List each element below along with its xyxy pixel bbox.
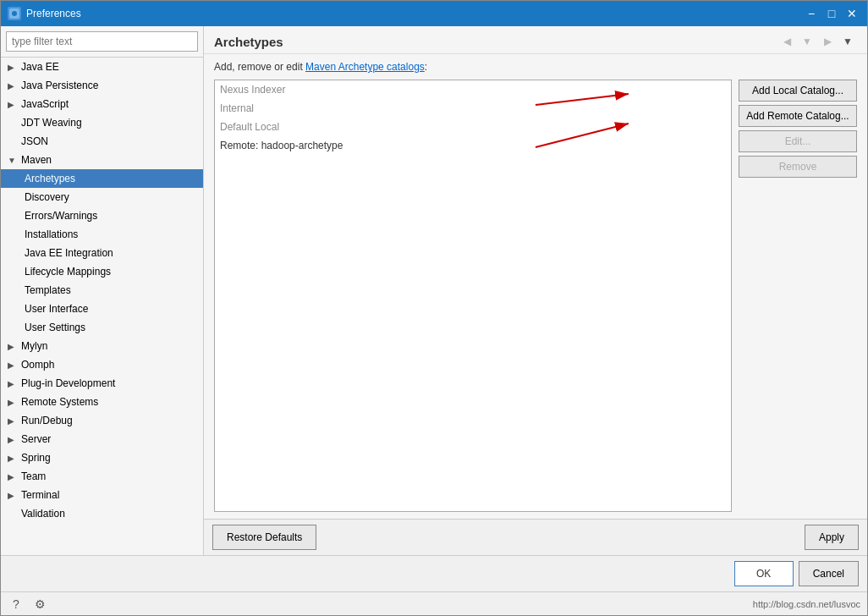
tree-item-validation[interactable]: Validation: [1, 504, 203, 523]
expand-icon: ▶: [8, 81, 19, 91]
expand-icon: ▶: [8, 398, 19, 407]
tree-item-team[interactable]: ▶ Team: [1, 467, 203, 486]
dialog-footer: OK Cancel: [1, 555, 867, 591]
tree-item-spring[interactable]: ▶ Spring: [1, 448, 203, 467]
tree-item-label: Validation: [21, 508, 65, 520]
tree-item-run-debug[interactable]: ▶ Run/Debug: [1, 411, 203, 430]
tree-item-label: Plug-in Development: [21, 377, 115, 389]
title-bar-left: Preferences: [8, 7, 81, 20]
expand-icon: ▶: [8, 454, 19, 463]
minimize-button[interactable]: −: [803, 5, 820, 22]
catalog-item-label: Default Local: [220, 121, 279, 133]
catalog-item-label: Nexus Indexer: [220, 84, 285, 96]
tree-item-label: Oomph: [21, 359, 54, 371]
tree-item-plugin-development[interactable]: ▶ Plug-in Development: [1, 374, 203, 393]
status-left: ? ⚙: [8, 596, 48, 613]
tree-item-label: User Interface: [25, 303, 88, 315]
preferences-icon: [8, 7, 21, 20]
catalog-item-remote-hadoop[interactable]: Remote: hadoop-archetype: [215, 136, 731, 155]
tree-item-jdt-weaving[interactable]: JDT Weaving: [1, 113, 203, 132]
tree-scroll-container: ▶ Java EE ▶ Java Persistence ▶ JavaScrip…: [1, 58, 203, 555]
tree-item-label: Mylyn: [21, 340, 47, 352]
maximize-button[interactable]: □: [823, 5, 840, 22]
expand-icon: ▶: [8, 63, 19, 72]
tree-item-java-persistence[interactable]: ▶ Java Persistence: [1, 76, 203, 95]
bottom-action-bar: Restore Defaults Apply: [204, 519, 867, 555]
tree-item-errors-warnings[interactable]: Errors/Warnings: [1, 206, 203, 225]
tree-item-archetypes[interactable]: Archetypes: [1, 169, 203, 188]
main-content: ▶ Java EE ▶ Java Persistence ▶ JavaScrip…: [1, 26, 867, 555]
tree-item-user-interface[interactable]: User Interface: [1, 300, 203, 318]
cancel-button[interactable]: Cancel: [799, 561, 859, 586]
add-local-catalog-button[interactable]: Add Local Catalog...: [739, 80, 857, 102]
tree-item-label: Archetypes: [25, 173, 75, 184]
description-suffix: :: [425, 61, 427, 73]
tree-item-java-ee-integration[interactable]: Java EE Integration: [1, 244, 203, 262]
catalog-item-label: Remote: hadoop-archetype: [220, 140, 343, 151]
nav-forward-button[interactable]: ▶: [818, 33, 837, 50]
expand-icon: ▶: [8, 100, 19, 109]
nav-forward-dropdown-button[interactable]: ▼: [838, 33, 857, 50]
tree-item-javascript[interactable]: ▶ JavaScript: [1, 95, 203, 113]
catalog-list[interactable]: Nexus Indexer Internal Default Local Rem…: [214, 80, 732, 512]
tree-item-lifecycle-mappings[interactable]: Lifecycle Mappings: [1, 262, 203, 281]
tree-item-label: Team: [21, 470, 46, 482]
catalog-item-label: Internal: [220, 102, 254, 114]
tree-item-terminal[interactable]: ▶ Terminal: [1, 486, 203, 504]
right-header: Archetypes ◀ ▼ ▶ ▼: [204, 26, 867, 54]
nav-arrows: ◀ ▼ ▶ ▼: [777, 33, 857, 50]
tree-item-user-settings[interactable]: User Settings: [1, 318, 203, 337]
search-input[interactable]: [6, 31, 198, 52]
description-text: Add, remove or edit Maven Archetype cata…: [214, 61, 857, 73]
expand-icon: ▶: [8, 416, 19, 426]
apply-button[interactable]: Apply: [805, 525, 859, 550]
preferences-window: Preferences − □ ✕ ▶ Java EE: [0, 0, 868, 616]
nav-back-button[interactable]: ◀: [777, 33, 796, 50]
tree-item-label: Run/Debug: [21, 415, 73, 426]
tree-item-server[interactable]: ▶ Server: [1, 430, 203, 448]
tree-item-discovery[interactable]: Discovery: [1, 188, 203, 206]
expand-icon: ▼: [8, 156, 19, 165]
expand-icon: ▶: [8, 360, 19, 370]
expand-icon: ▶: [8, 342, 19, 351]
help-icon[interactable]: ?: [8, 596, 25, 613]
catalog-item-internal[interactable]: Internal: [215, 99, 731, 118]
remove-button[interactable]: Remove: [739, 156, 857, 178]
title-bar: Preferences − □ ✕: [1, 1, 867, 26]
status-bar: ? ⚙ http://blog.csdn.net/lusvoc: [1, 591, 867, 615]
tree-item-java-ee[interactable]: ▶ Java EE: [1, 58, 203, 76]
ok-button[interactable]: OK: [734, 561, 794, 586]
close-button[interactable]: ✕: [843, 5, 860, 22]
settings-icon[interactable]: ⚙: [31, 596, 48, 613]
tree-item-label: Remote Systems: [21, 396, 98, 408]
catalog-and-buttons-area: Nexus Indexer Internal Default Local Rem…: [214, 80, 857, 512]
catalog-item-nexus[interactable]: Nexus Indexer: [215, 80, 731, 99]
catalog-item-default-local[interactable]: Default Local: [215, 118, 731, 136]
edit-button[interactable]: Edit...: [739, 130, 857, 152]
tree-item-label: Java EE: [21, 61, 59, 73]
search-box: [1, 26, 203, 58]
tree-item-label: Discovery: [25, 191, 69, 203]
tree-item-label: Java EE Integration: [25, 247, 113, 259]
tree-item-templates[interactable]: Templates: [1, 281, 203, 300]
right-panel: Archetypes ◀ ▼ ▶ ▼ Add, remove or edit M…: [204, 26, 867, 555]
tree-item-label: Lifecycle Mappings: [25, 266, 111, 278]
title-controls: − □ ✕: [803, 5, 860, 22]
tree-item-label: User Settings: [25, 322, 85, 333]
tree-item-installations[interactable]: Installations: [1, 225, 203, 244]
tree-item-label: Server: [21, 433, 51, 445]
add-remote-catalog-button[interactable]: Add Remote Catalog...: [739, 105, 857, 127]
tree-item-label: JDT Weaving: [21, 117, 82, 129]
tree-item-maven[interactable]: ▼ Maven: [1, 151, 203, 169]
tree-item-label: Terminal: [21, 489, 59, 501]
expand-icon: ▶: [8, 379, 19, 388]
tree-item-oomph[interactable]: ▶ Oomph: [1, 355, 203, 374]
tree-item-remote-systems[interactable]: ▶ Remote Systems: [1, 393, 203, 411]
restore-defaults-button[interactable]: Restore Defaults: [212, 525, 316, 550]
maven-archetype-catalogs-link[interactable]: Maven Archetype catalogs: [305, 61, 425, 73]
nav-dropdown-button[interactable]: ▼: [798, 33, 816, 50]
tree-item-json[interactable]: JSON: [1, 132, 203, 151]
tree-item-label: Installations: [25, 228, 78, 240]
tree-item-mylyn[interactable]: ▶ Mylyn: [1, 337, 203, 355]
expand-icon: ▶: [8, 491, 19, 500]
